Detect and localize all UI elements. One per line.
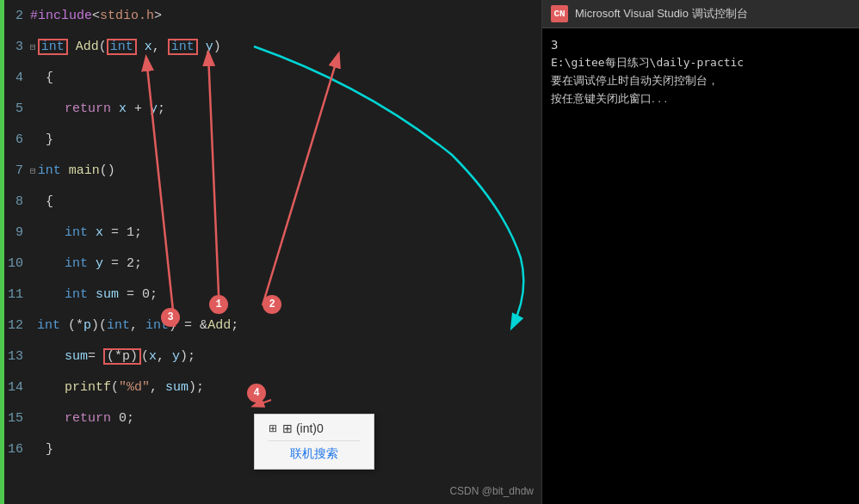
watermark: CSDN @bit_dhdw — [449, 485, 534, 497]
line-content-5: return x + y ; — [65, 101, 165, 116]
code-line-5: 5 return x + y ; — [4, 93, 542, 124]
line-content-2: #include<stdio.h> — [30, 9, 162, 23]
line-number-11: 11 — [4, 287, 30, 302]
code-line-3: 3 ⊟ int Add ( int x , int y ) — [4, 31, 542, 62]
line-content-10: int y = 2; — [65, 256, 142, 271]
boxed-int-param1: int — [107, 39, 137, 55]
code-line-14: 14 printf ( "%d" , sum ); — [4, 372, 542, 403]
line-number-10: 10 — [4, 256, 30, 271]
line-number-7: 7 — [4, 163, 30, 178]
line-content-11: int sum = 0; — [65, 287, 158, 302]
line-content-16: } — [30, 442, 53, 457]
include-keyword: #include — [30, 9, 92, 23]
line-number-9: 9 — [4, 225, 30, 240]
console-output-info2: 按任意键关闭此窗口. . . — [551, 90, 850, 108]
tooltip-box-icon: ⊞ — [269, 422, 277, 434]
code-line-13: 13 sum = (*p) ( x , y ); — [4, 341, 542, 372]
line-content-6: } — [30, 132, 53, 147]
line-content-14: printf ( "%d" , sum ); — [65, 380, 204, 395]
console-header: CN Microsoft Visual Studio 调试控制台 — [542, 0, 859, 28]
line-number-16: 16 — [4, 442, 30, 457]
line-content-7: ⊟ int main () — [30, 163, 115, 178]
line-number-3: 3 — [4, 40, 30, 54]
badge-1: 1 — [209, 295, 228, 314]
console-output-num: 3 — [551, 35, 850, 54]
line-number-4: 4 — [4, 71, 30, 85]
code-line-12: 12 int (* p )( int , int ) = & Add ; — [4, 310, 542, 341]
tooltip-search-button[interactable]: 联机搜索 — [269, 440, 360, 462]
line-number-14: 14 — [4, 380, 30, 395]
line-content-8: { — [30, 194, 53, 209]
code-editor: 2 #include<stdio.h> 3 ⊟ int Add ( int x … — [0, 0, 542, 504]
line-number-15: 15 — [4, 411, 30, 426]
code-line-6: 6 } — [4, 124, 542, 155]
boxed-int-return-type: int — [38, 39, 68, 55]
line-number-12: 12 — [4, 318, 30, 333]
code-line-9: 9 int x = 1; — [4, 217, 542, 248]
line-content-3: ⊟ int Add ( int x , int y ) — [30, 39, 221, 55]
vs-icon: CN — [551, 5, 568, 22]
line-number-13: 13 — [4, 349, 30, 364]
tooltip-popup[interactable]: ⊞ ⊞ (int)0 联机搜索 — [254, 414, 374, 470]
code-line-8: 8 { — [4, 186, 542, 217]
boxed-int-param2: int — [168, 39, 198, 55]
line-number-6: 6 — [4, 132, 30, 147]
badge-2: 2 — [263, 295, 281, 314]
code-line-4: 4 { — [4, 62, 542, 93]
debug-console: CN Microsoft Visual Studio 调试控制台 3 E:\gi… — [542, 0, 859, 504]
line-number-5: 5 — [4, 101, 30, 116]
code-line-10: 10 int y = 2; — [4, 248, 542, 279]
line-content-12: int (* p )( int , int ) = & Add ; — [37, 318, 238, 333]
code-line-2: 2 #include<stdio.h> — [4, 0, 542, 31]
console-output-info1: 要在调试停止时自动关闭控制台， — [551, 72, 850, 90]
code-line-7: 7 ⊟ int main () — [4, 155, 542, 186]
line-content-13: sum = (*p) ( x , y ); — [65, 348, 195, 365]
console-output-path: E:\gitee每日练习\daily-practic — [551, 54, 850, 72]
line-number-8: 8 — [4, 194, 30, 209]
line-content-15: return 0; — [65, 411, 134, 426]
collapse-icon-7[interactable]: ⊟ — [30, 165, 36, 176]
line-content-9: int x = 1; — [65, 225, 142, 240]
line-number-2: 2 — [4, 9, 30, 23]
collapse-icon-3[interactable]: ⊟ — [30, 41, 36, 52]
badge-4: 4 — [247, 384, 266, 403]
tooltip-int-label: ⊞ ⊞ (int)0 — [269, 421, 360, 435]
console-title: Microsoft Visual Studio 调试控制台 — [575, 6, 748, 22]
boxed-p-call: (*p) — [103, 348, 141, 365]
console-body: 3 E:\gitee每日练习\daily-practic 要在调试停止时自动关闭… — [542, 28, 859, 504]
line-content-4: { — [30, 71, 53, 85]
code-area: 2 #include<stdio.h> 3 ⊟ int Add ( int x … — [4, 0, 542, 504]
badge-3: 3 — [161, 308, 180, 327]
